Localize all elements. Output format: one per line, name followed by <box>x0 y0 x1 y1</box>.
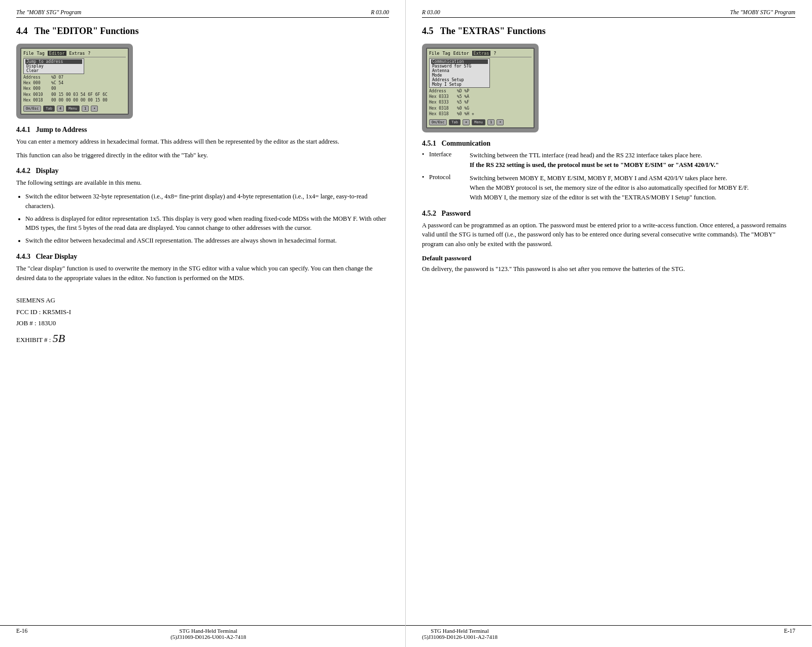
dropdown-jump[interactable]: Jump to address <box>25 59 82 64</box>
extras-menu-tag[interactable]: Tag <box>442 51 450 56</box>
protocol-label: Protocol <box>429 174 470 202</box>
btn-4[interactable]: 4 <box>57 106 64 112</box>
screen-row-4: Hex 0010 00 15 00 03 54 6F 6F 6C <box>23 92 126 97</box>
siemens-line2: FCC ID : KR5MIS-I <box>16 307 389 318</box>
extras-screen-row-2: Hex 0333 %5 %A <box>429 94 532 99</box>
extras-dropdown-pass[interactable]: Password for STG <box>431 64 488 69</box>
right-footer-left: STG Hand-Held Terminal (5)J31069-D0126-U… <box>422 628 498 640</box>
subsection-441-para1: You can enter a memory address in hexade… <box>16 137 389 147</box>
interface-label: Interface <box>429 151 470 170</box>
interface-content: Switching between the TTL interface (rea… <box>470 151 719 170</box>
screen-menu-bar: File Tag Editor Extras ? <box>23 51 126 57</box>
default-password-para: On delivery, the password is "123." This… <box>422 264 795 274</box>
extras-dropdown-comm[interactable]: Communication <box>431 59 488 64</box>
extras-btn-plus[interactable]: + <box>463 119 470 125</box>
list-item-2: No address is displayed for editor repre… <box>25 214 389 233</box>
screen-row-1: Address %D 07 <box>23 75 126 80</box>
extras-dropdown-addr[interactable]: Address Setup <box>431 78 488 82</box>
default-password-heading: Default password <box>422 254 795 262</box>
btn-onesc[interactable]: On/Esc <box>23 106 41 112</box>
btn-dot[interactable]: • <box>91 106 98 112</box>
siemens-line4: EXHIBIT # : 5B <box>16 329 389 348</box>
siemens-line3: JOB # : 183U0 <box>16 318 389 329</box>
extras-menu-editor[interactable]: Editor <box>453 51 469 56</box>
left-footer: E-16 STG Hand-Held Terminal (5)J31069-D0… <box>0 625 405 640</box>
extras-btn-onesc[interactable]: On/Esc <box>429 119 447 125</box>
subsection-441-para2: This function can also be triggered dire… <box>16 151 389 160</box>
extras-dropdown-antenna[interactable]: Antenna <box>431 69 488 73</box>
left-footer-center: STG Hand-Held Terminal (5)J31069-D0126-U… <box>170 628 246 640</box>
extras-menu-extras[interactable]: Extras <box>472 51 491 56</box>
left-footer-page: E-16 <box>16 628 27 640</box>
siemens-block: SIEMENS AG FCC ID : KR5MIS-I JOB # : 183… <box>16 295 389 348</box>
protocol-content: Switching between MOBY E, MOBY E/SIM, MO… <box>470 174 749 202</box>
extras-screen-menu-bar: File Tag Editor Extras ? <box>429 51 532 57</box>
right-footer: STG Hand-Held Terminal (5)J31069-D0126-U… <box>406 625 811 640</box>
extras-screen-row-5: Hex 0318 %0 %H + <box>429 111 532 117</box>
menu-tag[interactable]: Tag <box>37 51 44 56</box>
extras-screen-box: File Tag Editor Extras ? Communication P… <box>422 44 539 132</box>
left-header-revision: R 03.00 <box>371 9 389 15</box>
subsection-442-title: 4.4.2 Display <box>16 167 389 175</box>
extras-btn-dot[interactable]: • <box>497 119 504 125</box>
menu-file[interactable]: File <box>23 51 33 56</box>
btn-tab[interactable]: Tab <box>43 106 55 112</box>
right-section-title: 4.5 The "EXTRAS" Functions <box>422 26 795 37</box>
screen-row-3: Hex 000 00 <box>23 86 126 91</box>
subsection-443-para1: The "clear display" function is used to … <box>16 264 389 283</box>
extras-screen-row-4: Hex 0318 %0 %G <box>429 106 532 111</box>
extras-dropdown-moby[interactable]: Moby I Setup <box>431 82 488 87</box>
right-page-header: R 03.00 The "MOBY STG" Program <box>422 9 795 18</box>
subsection-441-title: 4.4.1 Jump to Address <box>16 126 389 134</box>
list-item-3: Switch the editor between hexadecimal an… <box>25 236 389 246</box>
subsection-442-list: Switch the editor between 32-byte repres… <box>25 192 389 246</box>
left-header-title: The "MOBY STG" Program <box>16 9 81 15</box>
right-header-revision: R 03.00 <box>422 9 440 15</box>
list-item-1: Switch the editor between 32-byte repres… <box>25 192 389 211</box>
dropdown-display[interactable]: Display <box>25 64 82 69</box>
editor-screen-box: File Tag Editor Extras ? Jump to address… <box>16 44 133 119</box>
menu-extras[interactable]: Extras <box>69 51 85 56</box>
screen-row-2: Hex 000 %C 54 <box>23 80 126 86</box>
menu-editor[interactable]: Editor <box>48 51 66 56</box>
subsection-443-title: 4.4.3 Clear Display <box>16 253 389 261</box>
extras-screen-bottom: On/Esc Tab + Menu 1 • <box>429 119 532 125</box>
screen-row-5: Hex 0018 00 00 00 00 00 00 15 00 <box>23 97 126 103</box>
siemens-line1: SIEMENS AG <box>16 295 389 306</box>
extras-btn-1[interactable]: 1 <box>487 119 495 125</box>
editor-dropdown[interactable]: Jump to address Display Clear <box>23 58 84 74</box>
subsection-451-title: 4.5.1 Communication <box>422 140 795 148</box>
extras-dropdown-mode[interactable]: Mode <box>431 73 488 78</box>
right-footer-page: E-17 <box>784 628 795 640</box>
comm-interface-item: • Interface Switching between the TTL in… <box>422 151 795 170</box>
extras-menu-file[interactable]: File <box>429 51 439 56</box>
left-page-header: The "MOBY STG" Program R 03.00 <box>16 9 389 18</box>
extras-btn-tab[interactable]: Tab <box>449 119 461 125</box>
extras-dropdown[interactable]: Communication Password for STG Antenna M… <box>429 58 490 88</box>
editor-screen-wrapper: File Tag Editor Extras ? Jump to address… <box>16 44 389 119</box>
btn-menu[interactable]: Menu <box>66 106 80 112</box>
extras-screen-row-1: Address %D %P <box>429 88 532 94</box>
extras-screen-row-3: Hex 0333 %5 %F <box>429 99 532 105</box>
comm-protocol-item: • Protocol Switching between MOBY E, MOB… <box>422 174 795 202</box>
menu-help[interactable]: ? <box>88 51 90 56</box>
subsection-452-title: 4.5.2 Password <box>422 210 795 218</box>
right-page: R 03.00 The "MOBY STG" Program 4.5 The "… <box>406 0 811 647</box>
editor-screen-inner: File Tag Editor Extras ? Jump to address… <box>20 48 129 115</box>
subsection-442-intro: The following settings are available in … <box>16 178 389 188</box>
extras-screen-wrapper: File Tag Editor Extras ? Communication P… <box>422 44 795 132</box>
btn-1[interactable]: 1 <box>82 106 89 112</box>
extras-btn-menu[interactable]: Menu <box>472 119 485 125</box>
extras-menu-help[interactable]: ? <box>493 51 496 56</box>
left-section-title: 4.4 The "EDITOR" Functions <box>16 26 389 37</box>
right-header-title: The "MOBY STG" Program <box>730 9 795 15</box>
left-page: The "MOBY STG" Program R 03.00 4.4 The "… <box>0 0 406 647</box>
dropdown-clear[interactable]: Clear <box>25 69 82 73</box>
screen-bottom-bar: On/Esc Tab 4 Menu 1 • <box>23 106 126 112</box>
exhibit-number: 5B <box>53 332 65 345</box>
extras-screen-inner: File Tag Editor Extras ? Communication P… <box>426 48 535 128</box>
subsection-452-para1: A password can be programmed as an optio… <box>422 221 795 249</box>
